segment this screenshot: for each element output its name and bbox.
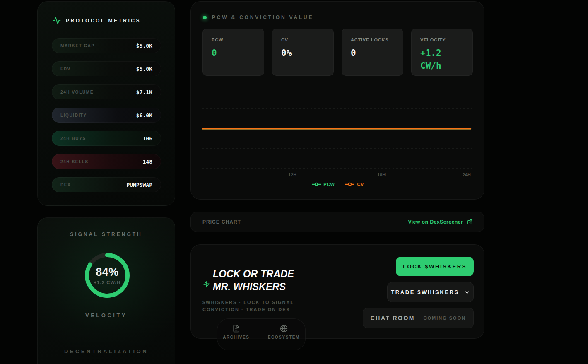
svg-text:18H: 18H <box>377 172 386 177</box>
metric-label: MARKET CAP <box>60 43 95 48</box>
live-dot-icon <box>203 16 207 19</box>
price-chart-card: PRICE CHART View on DexScreener <box>190 212 484 232</box>
chat-room-box[interactable]: CHAT ROOM · COMING SOON <box>363 308 474 328</box>
metric-row-24h-sells: 24H SELLS148 <box>52 154 161 169</box>
zap-icon <box>203 281 210 288</box>
hero-links: ARCHIVESECOSYSTEM <box>217 318 306 350</box>
stat-active-locks: ACTIVE LOCKS0 <box>342 29 403 76</box>
conviction-header: PCW & CONVICTION VALUE <box>203 14 313 20</box>
gauge-value: 84% <box>96 266 119 279</box>
stat-value: 0% <box>281 47 327 60</box>
legend-label: PCW <box>323 182 335 187</box>
stat-value: 0 <box>212 47 257 60</box>
stat-velocity: VELOCITY+1.2 CW/h <box>411 29 473 76</box>
metric-row-market-cap: MARKET CAP$5.0K <box>52 38 161 53</box>
gauge-subvalue: +1.2 CW/H <box>94 280 121 285</box>
hero-title: LOCK OR TRADE MR. WHISKERS <box>213 268 294 293</box>
metric-value: 148 <box>143 159 152 165</box>
divider <box>50 333 162 333</box>
hero-link-label: ECOSYSTEM <box>268 335 300 340</box>
conviction-chart: 12H18H24H <box>202 85 472 177</box>
protocol-metrics-header: PROTOCOL METRICS <box>53 17 141 25</box>
stat-label: VELOCITY <box>420 37 472 42</box>
chat-room-status: · COMING SOON <box>419 316 466 321</box>
metric-label: LIQUIDITY <box>60 113 87 118</box>
legend-marker-icon <box>345 182 354 186</box>
dexscreener-link-label: View on DexScreener <box>408 219 463 225</box>
svg-text:12H: 12H <box>288 172 296 177</box>
trade-whiskers-button[interactable]: TRADE $WHISKERS <box>387 282 474 302</box>
stat-cv: CV0% <box>272 29 334 76</box>
conviction-card: PCW & CONVICTION VALUE PCW0CV0%ACTIVE LO… <box>190 1 484 200</box>
globe-icon <box>280 325 288 333</box>
stat-label: ACTIVE LOCKS <box>351 37 403 42</box>
price-chart-title: PRICE CHART <box>202 219 241 225</box>
chart-legend: PCWCV <box>191 182 485 187</box>
stat-boxes: PCW0CV0%ACTIVE LOCKS0VELOCITY+1.2 CW/h <box>202 29 473 76</box>
metric-row-24h-buys: 24H BUYS106 <box>52 131 161 146</box>
metric-row-liquidity: LIQUIDITY$6.0K <box>52 108 161 123</box>
legend-item-pcw: PCW <box>312 182 335 187</box>
legend-item-cv: CV <box>345 182 364 187</box>
gauge-label: VELOCITY <box>38 312 175 318</box>
metric-label: 24H SELLS <box>60 159 89 164</box>
activity-icon <box>53 17 61 25</box>
metric-label: 24H BUYS <box>60 136 86 141</box>
chat-room-label: CHAT ROOM <box>371 315 415 321</box>
metric-label: 24H VOLUME <box>60 90 94 94</box>
external-link-icon <box>467 219 472 225</box>
metric-value: $6.0K <box>136 112 152 118</box>
metric-label: DEX <box>60 183 71 187</box>
file-text-icon <box>232 325 240 333</box>
stat-value: +1.2 CW/h <box>420 47 466 72</box>
trade-whiskers-label: TRADE $WHISKERS <box>391 289 459 295</box>
hero-subtitle: $WHISKERS · LOCK TO SIGNAL CONVICTION · … <box>202 299 306 313</box>
lock-whiskers-button[interactable]: LOCK $WHISKERS <box>396 257 474 276</box>
metric-row-24h-volume: 24H VOLUME$7.1K <box>52 84 161 99</box>
stat-label: CV <box>281 37 333 42</box>
hero-link-archives[interactable]: ARCHIVES <box>223 325 249 350</box>
chevron-down-icon <box>464 289 470 295</box>
metric-value: $5.0K <box>136 66 152 72</box>
metric-value: $7.1K <box>136 89 152 95</box>
protocol-metrics-card: PROTOCOL METRICS MARKET CAP$5.0KFDV$5.0K… <box>37 1 175 206</box>
signal-strength-card: SIGNAL STRENGTH 84% +1.2 CW/H VELOCITY D… <box>37 217 175 364</box>
legend-label: CV <box>357 182 364 187</box>
protocol-metrics-title: PROTOCOL METRICS <box>66 18 141 24</box>
svg-text:24H: 24H <box>463 172 471 177</box>
hero-link-label: ARCHIVES <box>223 335 249 340</box>
dashboard: PROTOCOL METRICS MARKET CAP$5.0KFDV$5.0K… <box>0 0 588 364</box>
metric-value: PUMPSWAP <box>126 182 152 188</box>
signal-strength-title: SIGNAL STRENGTH <box>38 231 175 237</box>
metric-row-fdv: FDV$5.0K <box>52 61 161 76</box>
hero-link-ecosystem[interactable]: ECOSYSTEM <box>268 325 300 350</box>
stat-label: PCW <box>212 37 264 42</box>
metric-rows: MARKET CAP$5.0KFDV$5.0K24H VOLUME$7.1KLI… <box>52 38 161 200</box>
metric-value: $5.0K <box>136 43 152 49</box>
view-on-dexscreener-link[interactable]: View on DexScreener <box>408 219 472 225</box>
conviction-title: PCW & CONVICTION VALUE <box>212 14 313 20</box>
velocity-gauge: 84% +1.2 CW/H <box>82 251 132 300</box>
metric-row-dex: DEXPUMPSWAP <box>52 177 161 192</box>
legend-marker-icon <box>312 182 321 186</box>
stat-pcw: PCW0 <box>202 29 264 76</box>
decentralization-title: DECENTRALIZATION <box>38 348 175 354</box>
hero-card: LOCK OR TRADE MR. WHISKERS $WHISKERS · L… <box>190 244 484 339</box>
stat-value: 0 <box>351 47 396 60</box>
metric-label: FDV <box>60 67 71 71</box>
metric-value: 106 <box>143 135 152 142</box>
